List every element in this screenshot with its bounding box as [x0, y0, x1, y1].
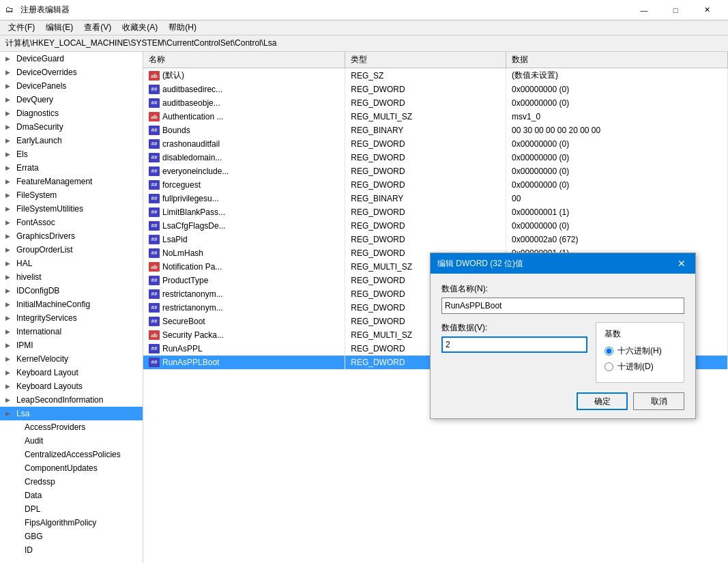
tree-item[interactable]: ▶Errata: [0, 161, 143, 175]
dialog-title-text: 编辑 DWORD (32 位)值: [437, 258, 523, 270]
tree-item-label: InitialMachineConfig: [16, 300, 90, 309]
tree-item[interactable]: ▶IDConfigDB: [0, 284, 143, 298]
tree-item[interactable]: ▶Keyboard Layouts: [0, 379, 143, 393]
value-col: 数值数据(V):: [441, 322, 587, 383]
dword-icon: ##: [149, 235, 160, 244]
tree-item[interactable]: ▶InitialMachineConfig: [0, 298, 143, 311]
tree-arrow-icon: ▶: [5, 192, 16, 199]
tree-item[interactable]: ▶IPMI: [0, 338, 143, 352]
table-row[interactable]: ##auditbasedirec...REG_DWORD0x00000000 (…: [143, 83, 728, 96]
table-row[interactable]: ##LsaPidREG_DWORD0x000002a0 (672): [143, 233, 728, 246]
tree-item-label: hivelist: [16, 272, 42, 282]
tree-item-label: Lsa: [16, 409, 29, 418]
tree-arrow-icon: ▶: [5, 55, 16, 62]
table-row[interactable]: ##crashonauditfailREG_DWORD0x00000000 (0…: [143, 137, 728, 151]
name-input[interactable]: [441, 298, 684, 314]
tree-item-label: DPL: [25, 504, 40, 514]
tree-item[interactable]: Data: [0, 489, 143, 502]
tree-item[interactable]: ▶DevicePanels: [0, 79, 143, 93]
tree-item[interactable]: ▶FileSystem: [0, 188, 143, 202]
radio-dec-label[interactable]: 十进制(D): [605, 361, 675, 373]
tree-item-label: ID: [25, 545, 33, 555]
table-row[interactable]: ##BoundsREG_BINARY00 30 00 00 00 20 00 0…: [143, 124, 728, 137]
tree-item[interactable]: ▶hivelist: [0, 270, 143, 284]
tree-item[interactable]: FipsAlgorithmPolicy: [0, 516, 143, 530]
cell-type: REG_MULTI_SZ: [345, 110, 506, 124]
dialog-close-button[interactable]: ✕: [675, 258, 688, 269]
tree-item-label: ComponentUpdates: [25, 463, 98, 473]
tree-arrow-icon: ▶: [5, 178, 16, 185]
minimize-button[interactable]: —: [628, 0, 660, 20]
tree-item[interactable]: ▶GroupOrderList: [0, 243, 143, 257]
tree-item[interactable]: ▶FontAssoc: [0, 216, 143, 229]
tree-item[interactable]: ▶EarlyLaunch: [0, 134, 143, 147]
table-row[interactable]: abAuthentication ...REG_MULTI_SZmsv1_0: [143, 110, 728, 124]
tree-item[interactable]: ▶FileSystemUtilities: [0, 202, 143, 216]
tree-item[interactable]: ComponentUpdates: [0, 461, 143, 475]
table-row[interactable]: ##forceguestREG_DWORD0x00000000 (0): [143, 178, 728, 192]
tree-item[interactable]: ▶DeviceOverrides: [0, 66, 143, 79]
menu-file[interactable]: 文件(F): [3, 20, 40, 35]
tree-item-label: Els: [16, 149, 28, 159]
cell-type: REG_DWORD: [345, 164, 506, 178]
tree-item[interactable]: ▶Keyboard Layout: [0, 366, 143, 379]
tree-item[interactable]: ▶DmaSecurity: [0, 120, 143, 134]
tree-item[interactable]: ▶DeviceGuard: [0, 52, 143, 66]
tree-item-label: AccessProviders: [25, 422, 85, 432]
table-row[interactable]: ##fullprivilegesu...REG_BINARY00: [143, 192, 728, 205]
cell-data: 0x00000000 (0): [506, 137, 728, 151]
tree-item[interactable]: ▶LeapSecondInformation: [0, 393, 143, 407]
tree-item[interactable]: GBG: [0, 530, 143, 543]
dword-icon: ##: [149, 221, 160, 231]
tree-item[interactable]: DPL: [0, 502, 143, 516]
dword-icon: ##: [149, 194, 160, 203]
ab-icon: ab: [149, 112, 160, 121]
col-name: 名称: [143, 52, 345, 68]
left-panel[interactable]: ▶DeviceGuard▶DeviceOverrides▶DevicePanel…: [0, 52, 143, 563]
tree-item[interactable]: ▶FeatureManagement: [0, 175, 143, 188]
tree-item-label: FontAssoc: [16, 218, 55, 227]
ab-icon: ab: [149, 330, 160, 340]
radio-dec[interactable]: [605, 362, 613, 371]
maximize-button[interactable]: □: [660, 0, 691, 20]
radio-hex[interactable]: [605, 347, 613, 356]
tree-item[interactable]: AccessProviders: [0, 420, 143, 434]
tree-item[interactable]: ▶Lsa: [0, 407, 143, 420]
cell-data: 0x00000000 (0): [506, 96, 728, 110]
table-row[interactable]: ##everyoneinclude...REG_DWORD0x00000000 …: [143, 164, 728, 178]
cell-name: ##LsaPid: [143, 233, 345, 246]
tree-item[interactable]: Audit: [0, 434, 143, 448]
table-row[interactable]: ##auditbaseobje...REG_DWORD0x00000000 (0…: [143, 96, 728, 110]
cell-name: ##SecureBoot: [143, 315, 345, 328]
table-row[interactable]: ##LimitBlankPass...REG_DWORD0x00000001 (…: [143, 205, 728, 219]
tree-item[interactable]: ▶IntegrityServices: [0, 311, 143, 325]
table-row[interactable]: ab(默认)REG_SZ(数值未设置): [143, 68, 728, 83]
tree-item[interactable]: ▶Els: [0, 147, 143, 161]
tree-item[interactable]: ▶International: [0, 325, 143, 338]
menu-view[interactable]: 查看(V): [78, 20, 117, 35]
radio-hex-label[interactable]: 十六进制(H): [605, 345, 675, 357]
value-input[interactable]: [441, 336, 587, 353]
close-button[interactable]: ✕: [691, 0, 723, 20]
tree-item[interactable]: Credssp: [0, 475, 143, 489]
tree-item[interactable]: CentralizedAccessPolicies: [0, 448, 143, 461]
tree-item[interactable]: ▶GraphicsDrivers: [0, 229, 143, 243]
ok-button[interactable]: 确定: [577, 392, 628, 410]
data-label: 数值数据(V):: [441, 322, 587, 334]
cell-data: 0x000002a0 (672): [506, 233, 728, 246]
tree-item[interactable]: ID: [0, 543, 143, 557]
tree-item[interactable]: ▶HAL: [0, 257, 143, 270]
menu-edit[interactable]: 编辑(E): [40, 20, 78, 35]
tree-arrow-icon: ▶: [5, 69, 16, 76]
cell-name: ##NoLmHash: [143, 246, 345, 260]
tree-item[interactable]: ▶Diagnostics: [0, 106, 143, 120]
menu-help[interactable]: 帮助(H): [163, 20, 202, 35]
table-row[interactable]: ##disabledomain...REG_DWORD0x00000000 (0…: [143, 151, 728, 164]
edit-dword-dialog[interactable]: 编辑 DWORD (32 位)值 ✕ 数值名称(N): 数值数据(V): 基数 …: [430, 252, 696, 419]
menu-favorites[interactable]: 收藏夹(A): [117, 20, 163, 35]
cancel-button[interactable]: 取消: [633, 392, 684, 410]
tree-item-label: Diagnostics: [16, 109, 59, 118]
table-row[interactable]: ##LsaCfgFlagsDe...REG_DWORD0x00000000 (0…: [143, 219, 728, 233]
tree-item[interactable]: ▶DevQuery: [0, 93, 143, 106]
tree-item[interactable]: ▶KernelVelocity: [0, 352, 143, 366]
